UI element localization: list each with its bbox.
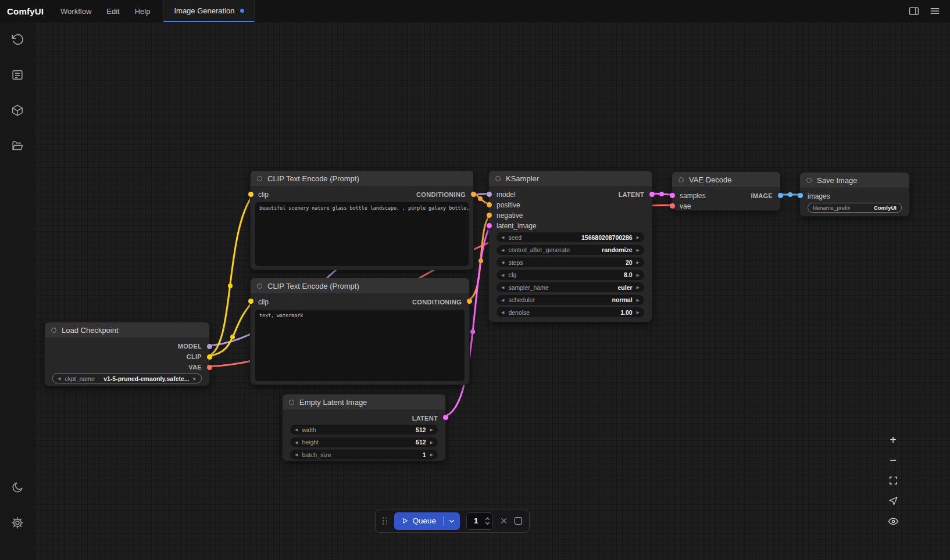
drag-handle-icon[interactable]: [383, 517, 388, 525]
input-dot-clip[interactable]: [248, 192, 253, 197]
output-dot-clip[interactable]: [207, 354, 212, 360]
next-arrow-icon[interactable]: ▶: [637, 310, 640, 314]
node-load-checkpoint[interactable]: Load Checkpoint MODEL CLIP VAE ◀ ckpt_na…: [44, 322, 210, 386]
hamburger-menu-button[interactable]: [929, 5, 941, 17]
widget-denoise[interactable]: ◀ denoise 1.00 ▶: [497, 307, 644, 317]
next-arrow-icon[interactable]: ▶: [430, 428, 433, 432]
output-dot-image[interactable]: [778, 193, 783, 198]
widget-scheduler[interactable]: ◀ scheduler normal ▶: [497, 295, 644, 305]
widget-ckpt-name[interactable]: ◀ ckpt_name v1-5-pruned-emaonly.safete..…: [52, 374, 202, 383]
input-dot-vae[interactable]: [670, 203, 675, 209]
queue-button[interactable]: Queue: [394, 512, 444, 530]
collapse-dot-icon[interactable]: [257, 283, 262, 289]
next-arrow-icon[interactable]: ▶: [430, 440, 433, 444]
input-dot-images[interactable]: [798, 193, 803, 198]
sidebar-settings-button[interactable]: [6, 511, 29, 534]
link-midpoint-dot[interactable]: [228, 283, 233, 288]
wire-clip-link-negative[interactable]: [208, 300, 254, 356]
prev-arrow-icon[interactable]: ◀: [501, 285, 504, 289]
stepper-down-icon[interactable]: [485, 522, 490, 525]
toggle-visibility-button[interactable]: [884, 512, 902, 530]
prev-arrow-icon[interactable]: ◀: [501, 260, 504, 264]
prev-arrow-icon[interactable]: ◀: [295, 453, 298, 457]
prev-arrow-icon[interactable]: ◀: [501, 298, 504, 302]
prev-arrow-icon[interactable]: ◀: [295, 428, 298, 432]
link-midpoint-dot[interactable]: [478, 259, 483, 263]
node-header[interactable]: CLIP Text Encode (Prompt): [251, 278, 469, 293]
sidebar-node-library-button[interactable]: [6, 63, 29, 87]
input-dot-samples[interactable]: [670, 193, 675, 198]
link-midpoint-dot[interactable]: [470, 329, 475, 334]
stepper-up-icon[interactable]: [485, 517, 490, 520]
collapse-dot-icon[interactable]: [495, 176, 501, 181]
node-header[interactable]: VAE Decode: [672, 172, 780, 187]
collapse-dot-icon[interactable]: [257, 176, 262, 181]
select-mode-button[interactable]: [884, 492, 902, 510]
zoom-in-button[interactable]: +: [884, 431, 902, 449]
input-dot-positive[interactable]: [487, 202, 492, 207]
node-clip-text-encode-positive[interactable]: CLIP Text Encode (Prompt) clip CONDITION…: [250, 170, 474, 270]
link-midpoint-dot[interactable]: [478, 196, 483, 201]
prev-arrow-icon[interactable]: ◀: [58, 376, 60, 380]
output-dot-latent[interactable]: [649, 192, 655, 197]
widget-height[interactable]: ◀ height 512 ▶: [290, 437, 438, 447]
input-dot-clip[interactable]: [248, 299, 253, 304]
widget-cfg[interactable]: ◀ cfg 8.0 ▶: [497, 270, 644, 280]
next-arrow-icon[interactable]: ▶: [637, 248, 640, 252]
output-dot-conditioning[interactable]: [467, 299, 472, 304]
output-dot-vae[interactable]: [207, 365, 212, 370]
node-empty-latent-image[interactable]: Empty Latent Image LATENT ◀ width 512 ▶ …: [282, 394, 446, 461]
wire-clip-link-positive[interactable]: [208, 193, 254, 356]
menu-help[interactable]: Help: [127, 0, 158, 22]
output-dot-conditioning[interactable]: [471, 192, 476, 197]
prompt-textarea[interactable]: text, watermark: [255, 310, 465, 381]
next-arrow-icon[interactable]: ▶: [637, 273, 640, 277]
clear-queue-button[interactable]: [499, 516, 508, 525]
collapse-dot-icon[interactable]: [678, 177, 684, 182]
prev-arrow-icon[interactable]: ◀: [501, 310, 504, 314]
collapse-dot-icon[interactable]: [289, 400, 294, 405]
next-arrow-icon[interactable]: ▶: [637, 298, 640, 302]
output-dot-model[interactable]: [207, 344, 212, 349]
output-dot-latent[interactable]: [443, 415, 448, 420]
batch-count-stepper[interactable]: 1: [466, 512, 493, 530]
widget-batch-size[interactable]: ◀ batch_size 1 ▶: [290, 450, 438, 460]
node-header[interactable]: Save Image: [800, 173, 909, 188]
node-canvas[interactable]: Load Checkpoint MODEL CLIP VAE ◀ ckpt_na…: [35, 22, 950, 560]
tab-image-generation[interactable]: Image Generation: [163, 0, 254, 22]
widget-seed[interactable]: ◀ seed 156680208700286 ▶: [497, 232, 644, 242]
prev-arrow-icon[interactable]: ◀: [501, 235, 504, 239]
node-header[interactable]: KSampler: [489, 171, 652, 186]
next-arrow-icon[interactable]: ▶: [637, 285, 640, 289]
link-midpoint-dot[interactable]: [659, 192, 664, 196]
prev-arrow-icon[interactable]: ◀: [295, 440, 298, 444]
zoom-out-button[interactable]: −: [884, 451, 902, 469]
collapse-dot-icon[interactable]: [51, 328, 56, 333]
panel-toggle-button[interactable]: [908, 5, 920, 17]
stop-button[interactable]: [515, 517, 522, 525]
sidebar-model-library-button[interactable]: [6, 99, 29, 122]
widget-steps[interactable]: ◀ steps 20 ▶: [497, 257, 644, 267]
sidebar-history-button[interactable]: [6, 28, 29, 51]
widget-control-after-generate[interactable]: ◀ control_after_generate randomize ▶: [497, 245, 644, 255]
widget-filename-prefix[interactable]: filename_prefix ComfyUI: [808, 203, 902, 213]
node-header[interactable]: CLIP Text Encode (Prompt): [251, 171, 473, 186]
node-vae-decode[interactable]: VAE Decode samples IMAGE vae: [672, 171, 781, 211]
input-dot-model[interactable]: [487, 192, 492, 197]
collapse-dot-icon[interactable]: [806, 178, 812, 183]
link-midpoint-dot[interactable]: [230, 335, 235, 339]
prompt-textarea[interactable]: beautiful scenery nature glass bottle la…: [255, 202, 469, 266]
input-dot-latent-image[interactable]: [487, 223, 492, 228]
node-clip-text-encode-negative[interactable]: CLIP Text Encode (Prompt) clip CONDITION…: [250, 278, 470, 385]
menu-workflow[interactable]: Workflow: [53, 0, 99, 22]
widget-sampler-name[interactable]: ◀ sampler_name euler ▶: [497, 282, 644, 292]
menu-edit[interactable]: Edit: [99, 0, 127, 22]
link-midpoint-dot[interactable]: [788, 192, 792, 197]
node-header[interactable]: Load Checkpoint: [45, 322, 209, 338]
next-arrow-icon[interactable]: ▶: [430, 453, 433, 457]
prev-arrow-icon[interactable]: ◀: [501, 273, 504, 277]
widget-width[interactable]: ◀ width 512 ▶: [290, 425, 438, 435]
sidebar-theme-toggle-button[interactable]: [6, 476, 29, 499]
next-arrow-icon[interactable]: ▶: [637, 235, 640, 239]
next-arrow-icon[interactable]: ▶: [637, 260, 640, 264]
